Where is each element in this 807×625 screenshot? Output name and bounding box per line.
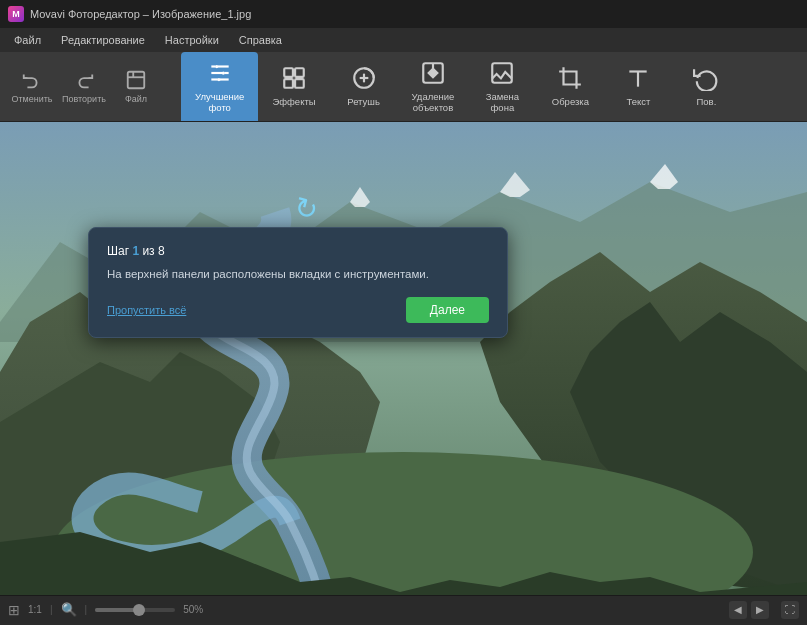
redo-button[interactable]: Повторить [60, 58, 108, 116]
undo-label: Отменить [11, 94, 52, 104]
svg-point-11 [217, 77, 220, 80]
open-file-button[interactable]: Файл [112, 58, 160, 116]
fit-icon[interactable]: ⊞ [8, 602, 20, 618]
svg-rect-14 [284, 79, 293, 88]
enhance-icon [207, 60, 233, 86]
app-icon: M [8, 6, 24, 22]
next-arrow[interactable]: ▶ [751, 601, 769, 619]
tab-bg-label: Заменафона [486, 91, 519, 114]
redo-label: Повторить [62, 94, 106, 104]
tab-crop-label: Обрезка [552, 96, 589, 107]
undo-icon [21, 69, 43, 91]
bg-icon [489, 60, 515, 86]
zoom-slider[interactable] [95, 608, 175, 612]
effects-icon [281, 65, 307, 91]
erase-icon [420, 60, 446, 86]
prev-arrow[interactable]: ◀ [729, 601, 747, 619]
tab-rotate-label: Пов. [696, 96, 716, 107]
tab-text-label: Текст [626, 96, 650, 107]
menu-edit[interactable]: Редактирование [51, 31, 155, 49]
svg-rect-0 [128, 72, 145, 89]
menu-settings[interactable]: Настройки [155, 31, 229, 49]
svg-rect-12 [284, 69, 293, 78]
title-bar: M Movavi Фоторедактор – Изображение_1.jp… [0, 0, 807, 28]
toolbar-tabs: Улучшениефото Эффекты [181, 52, 807, 121]
step-header-prefix: Шаг [107, 244, 132, 258]
landscape-svg [0, 122, 807, 595]
svg-rect-15 [295, 79, 304, 88]
retouch-icon [351, 65, 377, 91]
nav-arrows: ◀ ▶ [729, 601, 769, 619]
fullscreen-button[interactable]: ⛶ [781, 601, 799, 619]
svg-point-8 [221, 71, 224, 74]
toolbar-left: Отменить Повторить Файл [0, 52, 181, 121]
tab-retouch-label: Ретушь [347, 96, 380, 107]
rotate-icon [693, 65, 719, 91]
svg-rect-13 [295, 69, 304, 78]
text-icon [625, 65, 651, 91]
tab-erase-label: Удалениеобъектов [412, 91, 455, 114]
svg-marker-34 [500, 172, 530, 197]
tab-retouch[interactable]: Ретушь [330, 52, 398, 121]
tab-erase[interactable]: Удалениеобъектов [398, 52, 469, 121]
tab-effects[interactable]: Эффекты [258, 52, 329, 121]
svg-marker-33 [350, 187, 370, 207]
svg-point-31 [53, 452, 753, 595]
svg-marker-30 [570, 302, 807, 595]
tab-text[interactable]: Текст [604, 52, 672, 121]
crop-icon [557, 65, 583, 91]
svg-marker-28 [0, 352, 280, 595]
next-button[interactable]: Далее [406, 297, 489, 323]
tab-enhance[interactable]: Улучшениефото [181, 52, 258, 121]
tab-crop[interactable]: Обрезка [536, 52, 604, 121]
status-sep-1: | [50, 604, 53, 615]
svg-point-5 [215, 64, 218, 67]
menu-help[interactable]: Справка [229, 31, 292, 49]
step-overlay: Шаг 1 из 8 На верхней панели расположены… [88, 227, 508, 338]
svg-point-21 [431, 70, 435, 74]
zoom-fit-label: 1:1 [28, 604, 42, 615]
svg-marker-32 [0, 532, 807, 595]
step-header: Шаг 1 из 8 [107, 244, 489, 258]
menu-file[interactable]: Файл [4, 31, 51, 49]
zoom-level: 50% [183, 604, 203, 615]
menu-bar: Файл Редактирование Настройки Справка [0, 28, 807, 52]
zoom-in-icon[interactable]: 🔍 [61, 602, 77, 617]
svg-rect-25 [0, 122, 807, 595]
toolbar: Отменить Повторить Файл [0, 52, 807, 122]
status-bar: ⊞ 1:1 | 🔍 | 50% ◀ ▶ ⛶ [0, 595, 807, 623]
svg-marker-29 [480, 252, 807, 595]
tab-bg[interactable]: Заменафона [468, 52, 536, 121]
file-label: Файл [125, 94, 147, 104]
svg-marker-35 [650, 164, 678, 189]
undo-button[interactable]: Отменить [8, 58, 56, 116]
step-description: На верхней панели расположены вкладки с … [107, 266, 489, 283]
skip-link[interactable]: Пропустить всё [107, 304, 186, 316]
main-content: ↺ Шаг 1 из 8 На верхней панели расположе… [0, 122, 807, 595]
file-icon [125, 69, 147, 91]
photo-background [0, 122, 807, 595]
tab-rotate[interactable]: Пов. [672, 52, 740, 121]
tab-enhance-label: Улучшениефото [195, 91, 244, 114]
svg-rect-22 [493, 63, 513, 83]
window-title: Movavi Фоторедактор – Изображение_1.jpg [30, 8, 251, 20]
step-total: 8 [158, 244, 165, 258]
redo-icon [73, 69, 95, 91]
step-header-mid: из [139, 244, 158, 258]
status-sep-2: | [85, 604, 88, 615]
step-actions: Пропустить всё Далее [107, 297, 489, 323]
tab-effects-label: Эффекты [272, 96, 315, 107]
